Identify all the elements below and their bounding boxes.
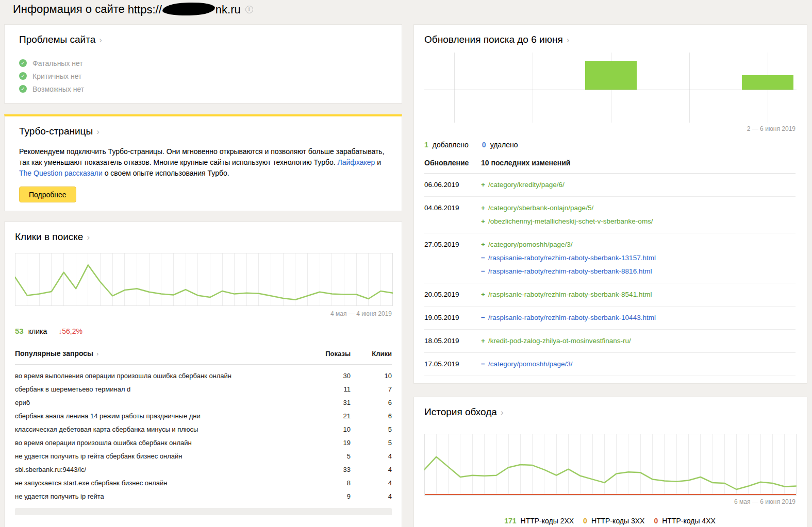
check-icon: ✓ bbox=[19, 85, 27, 93]
clicks-total-value: 53 bbox=[15, 327, 24, 335]
updates-chart-svg bbox=[424, 52, 797, 124]
query-row: сбербанк в шереметьево терминал d117 bbox=[15, 382, 392, 396]
site-problems-card: Проблемы сайта › ✓ Фатальных нет ✓ Крити… bbox=[4, 24, 402, 104]
query-text: сбербанк анапа ленина 14 режим работы пр… bbox=[15, 412, 201, 420]
update-row: 20.05.2019+/raspisanie-raboty/rezhim-rab… bbox=[424, 283, 796, 307]
legend-item: 171HTTP-коды 2XX bbox=[504, 517, 574, 525]
clicks-date-range: 4 мая — 4 июня 2019 bbox=[15, 310, 392, 317]
update-changes: +/category/sberbank-onlajn/page/5/+/obez… bbox=[481, 201, 796, 228]
clicks-total-label: клика bbox=[28, 327, 47, 335]
card-title: История обхода bbox=[424, 406, 497, 418]
changed-page-link[interactable]: /category/sberbank-onlajn/page/5/ bbox=[488, 204, 593, 212]
info-icon[interactable]: i bbox=[245, 6, 253, 13]
query-shows-value: 11 bbox=[304, 385, 351, 393]
changed-page-link[interactable]: /raspisanie-raboty/rezhim-raboty-sberban… bbox=[488, 267, 652, 275]
update-change-line: −/raspisanie-raboty/rezhim-raboty-sberba… bbox=[481, 251, 796, 265]
query-shows-value: 30 bbox=[304, 372, 351, 380]
updates-table-body: 06.06.2019+/category/kredity/page/6/04.0… bbox=[424, 174, 796, 376]
changed-page-link[interactable]: /raspisanie-raboty/rezhim-raboty-sberban… bbox=[488, 291, 652, 298]
query-clicks-value: 4 bbox=[351, 492, 392, 500]
minus-icon: − bbox=[481, 265, 488, 278]
query-clicks-value: 7 bbox=[351, 385, 392, 393]
legend-item: 0HTTP-коды 4XX bbox=[654, 517, 715, 525]
query-row: не запускается start.exe сбербанк бизнес… bbox=[15, 476, 392, 489]
query-shows-value: 8 bbox=[304, 479, 351, 487]
update-change-line: −/raspisanie-raboty/rezhim-raboty-sberba… bbox=[481, 265, 796, 278]
update-date: 04.06.2019 bbox=[424, 201, 481, 228]
minus-icon: − bbox=[481, 311, 488, 325]
query-clicks-value: 10 bbox=[351, 372, 392, 380]
crawl-history-title-link[interactable]: История обхода › bbox=[424, 406, 504, 418]
legend-label: HTTP-коды 4XX bbox=[662, 517, 716, 525]
plus-icon: + bbox=[481, 238, 488, 251]
query-row: классическая дебетовая карта сбербанка м… bbox=[15, 422, 392, 436]
query-text: во время выполнения операции произошла о… bbox=[15, 372, 231, 380]
update-row: 06.06.2019+/category/kredity/page/6/ bbox=[424, 174, 796, 197]
search-clicks-title-link[interactable]: Клики в поиске › bbox=[15, 231, 90, 243]
query-text: классическая дебетовая карта сбербанка м… bbox=[15, 426, 198, 433]
update-changes: +/raspisanie-raboty/rezhim-raboty-sberba… bbox=[481, 288, 796, 301]
query-row: не удается получить ip гейта94 bbox=[15, 489, 392, 503]
query-shows-value: 21 bbox=[304, 412, 351, 420]
update-date: 27.05.2019 bbox=[424, 238, 481, 278]
changed-page-link[interactable]: /raspisanie-raboty/rezhim-raboty-sberban… bbox=[488, 314, 656, 321]
update-change-line: +/obezlichennyj-metallicheskij-schet-v-s… bbox=[481, 215, 796, 228]
turbo-pages-title-link[interactable]: Турбо-страницы › bbox=[19, 126, 100, 137]
check-icon: ✓ bbox=[19, 72, 27, 80]
updates-bar-chart bbox=[424, 52, 796, 124]
details-button[interactable]: Подробнее bbox=[19, 186, 76, 202]
crawl-date-range: 6 мая — 6 июня 2019 bbox=[424, 498, 796, 505]
chevron-right-icon: › bbox=[99, 35, 102, 45]
link-laifhacker[interactable]: Лайфхакер bbox=[338, 158, 375, 166]
plus-icon: + bbox=[481, 215, 488, 228]
legend-label: HTTP-коды 3XX bbox=[591, 517, 645, 525]
check-icon: ✓ bbox=[19, 59, 27, 67]
chevron-right-icon: › bbox=[567, 35, 570, 45]
query-clicks-value: 4 bbox=[351, 466, 392, 473]
query-row: во время операции произошла ошибка сберб… bbox=[15, 436, 392, 449]
changed-page-link[interactable]: /obezlichennyj-metallicheskij-schet-v-sb… bbox=[488, 217, 653, 225]
column-header-shows: Показы bbox=[304, 350, 351, 358]
popular-queries-title-link[interactable]: Популярные запросы › bbox=[15, 349, 98, 358]
link-thequestion[interactable]: The Question рассказали bbox=[19, 169, 103, 177]
update-change-line: +/category/pomoshh/page/3/ bbox=[481, 238, 796, 251]
chevron-right-icon: › bbox=[501, 407, 504, 418]
minus-icon: − bbox=[481, 251, 488, 265]
queries-table-header: Популярные запросы › Показы Клики bbox=[15, 349, 392, 365]
search-clicks-card: Клики в поиске › 4 мая — 4 июня 2019 53 … bbox=[4, 222, 402, 527]
problem-item-possible: ✓ Возможных нет bbox=[19, 82, 391, 95]
changed-page-link[interactable]: /category/kredity/page/6/ bbox=[488, 181, 565, 189]
problem-item-critical: ✓ Критичных нет bbox=[19, 70, 391, 82]
queries-footer-button[interactable] bbox=[15, 508, 392, 515]
update-changes: +/category/pomoshh/page/3/−/raspisanie-r… bbox=[481, 238, 796, 278]
plus-icon: + bbox=[481, 334, 488, 348]
chevron-right-icon: › bbox=[87, 232, 90, 243]
changed-page-link[interactable]: /kredit-pod-zalog-zhilya-ot-mosinvestfin… bbox=[488, 337, 631, 345]
update-date: 06.06.2019 bbox=[424, 178, 481, 192]
clicks-change-badge: ↓56,2% bbox=[58, 327, 82, 335]
changed-page-link[interactable]: /category/pomoshh/page/3/ bbox=[488, 360, 573, 368]
chevron-right-icon: › bbox=[96, 127, 100, 137]
changed-page-link[interactable]: /category/pomoshh/page/3/ bbox=[488, 241, 573, 248]
clicks-chart-svg bbox=[15, 253, 393, 306]
query-clicks-value: 6 bbox=[351, 412, 392, 420]
updates-date-range: 2 — 6 июня 2019 bbox=[424, 125, 796, 132]
clicks-line-chart bbox=[15, 253, 392, 306]
update-changes: −/raspisanie-raboty/rezhim-raboty-sberba… bbox=[481, 311, 796, 325]
update-change-line: +/raspisanie-raboty/rezhim-raboty-sberba… bbox=[481, 288, 796, 301]
card-title: Клики в поиске bbox=[15, 231, 83, 243]
changed-page-link[interactable]: /raspisanie-raboty/rezhim-raboty-sberban… bbox=[488, 254, 656, 262]
update-changes: −/category/pomoshh/page/3/ bbox=[481, 358, 796, 371]
update-date: 17.05.2019 bbox=[424, 358, 481, 371]
query-row: сбербанк анапа ленина 14 режим работы пр… bbox=[15, 409, 392, 422]
query-shows-value: 33 bbox=[304, 466, 351, 473]
update-row: 17.05.2019−/category/pomoshh/page/3/ bbox=[424, 353, 796, 376]
legend-value: 171 bbox=[504, 517, 516, 525]
plus-icon: + bbox=[481, 201, 488, 215]
query-clicks-value: 4 bbox=[351, 452, 392, 460]
page-title: Информация о сайте bbox=[13, 3, 125, 16]
search-updates-title-link[interactable]: Обновления поиска до 6 июня › bbox=[424, 34, 569, 45]
update-changes: +/category/kredity/page/6/ bbox=[481, 178, 796, 192]
site-problems-title-link[interactable]: Проблемы сайта › bbox=[19, 34, 102, 45]
update-date: 19.05.2019 bbox=[424, 311, 481, 325]
